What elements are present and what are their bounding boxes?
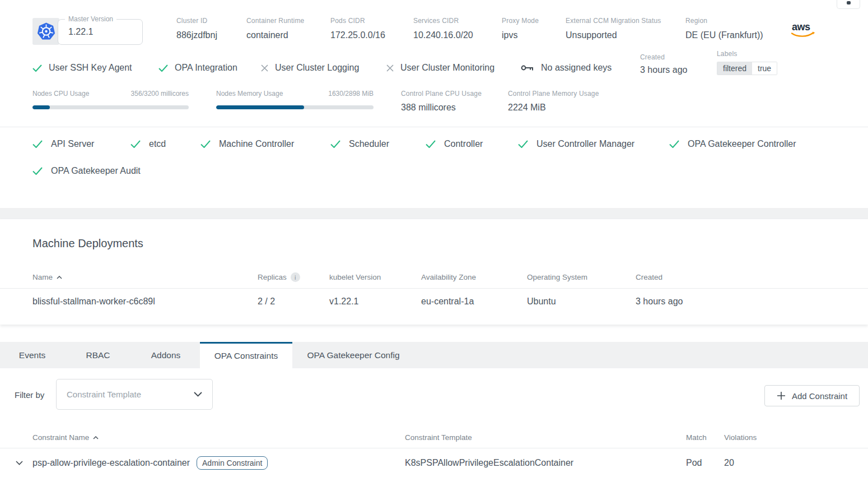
field-cluster-id: Cluster ID 886jzdfbnj [176,16,246,40]
field-label: Pods CIDR [330,17,413,25]
md-operating-system: Ubuntu [527,297,636,307]
field-value: ipvs [502,30,517,40]
progress-track [32,105,189,109]
column-constraint-template: Constraint Template [405,433,686,442]
md-name: blissful-stallman-worker-c6c89l [32,297,258,307]
field-region: Region DE (EU (Frankfurt)) [685,16,791,40]
check-icon [426,140,436,148]
tab-opa-gatekeeper-config[interactable]: OPA Gatekeeper Config [292,342,414,368]
column-violations: Violations [724,433,868,442]
tab-opa-constraints[interactable]: OPA Constraints [200,342,292,368]
field-label: Cluster ID [176,17,246,25]
check-icon [32,64,42,72]
kubernetes-logo-container [32,18,59,45]
more-options-button[interactable] [837,0,860,9]
plus-icon [777,391,786,400]
constraint-template: K8sPSPAllowPrivilegeEscalationContainer [405,458,686,468]
usage-value: 388 millicores [401,103,456,112]
progress-fill [216,105,304,109]
add-constraint-label: Add Constraint [792,391,847,401]
machine-deployment-row[interactable]: blissful-stallman-worker-c6c89l 2 / 2 v1… [0,289,868,314]
field-value: 886jzdfbnj [176,30,217,40]
aws-provider-icon: aws [790,21,815,41]
tab-addons[interactable]: Addons [132,342,200,368]
constraint-row[interactable]: psp-allow-privilege-escalation-container… [0,448,868,477]
nodes-memory-usage: Nodes Memory Usage 1630/2898 MiB [216,90,374,113]
check-icon [669,140,679,148]
column-created: Created [636,273,868,281]
control-plane-health-row: API Server etcd Machine Controller Sched… [32,139,796,149]
section-divider [0,127,868,127]
md-replicas: 2 / 2 [258,297,329,307]
control-plane-memory-usage: Control Plane Memory Usage 2224 MiB [508,90,615,113]
select-placeholder: Constraint Template [67,390,194,399]
resource-usage-row: Nodes CPU Usage 356/3200 millicores Node… [32,90,615,113]
check-icon [518,140,528,148]
chevron-down-icon [194,392,202,397]
feature-label: User Cluster Logging [275,63,359,73]
column-availability-zone: Availability Zone [421,273,527,281]
cluster-detail-page: Master Version 1.22.1 Cluster ID 886jzdf… [0,0,868,477]
master-version-field: Master Version 1.22.1 [58,19,143,45]
labels-block: Labels filtered true [717,50,777,75]
md-kubelet-version: v1.22.1 [329,297,421,307]
dots-icon [847,1,851,4]
constraints-header: Constraint Name Constraint Template Matc… [0,427,868,448]
health-label: Machine Controller [219,139,294,149]
feature-ssh-key-agent: User SSH Key Agent [32,63,158,75]
usage-label: Control Plane Memory Usage [508,90,615,98]
column-constraint-name[interactable]: Constraint Name [32,433,405,442]
column-kubelet-version: kubelet Version [329,273,421,281]
column-label: Replicas [258,273,287,281]
labels-label: Labels [717,50,777,58]
check-icon [32,140,43,148]
sort-ascending-icon [57,276,62,279]
key-icon [521,63,534,72]
field-value: 172.25.0.0/16 [330,30,385,40]
health-api-server: API Server [32,139,130,149]
field-pods-cidr: Pods CIDR 172.25.0.0/16 [330,16,413,40]
svg-text:aws: aws [792,21,810,33]
constraint-name: psp-allow-privilege-escalation-container [32,458,190,468]
usage-value: 1630/2898 MiB [328,90,374,98]
feature-user-cluster-monitoring: User Cluster Monitoring [386,63,521,75]
health-user-controller-manager: User Controller Manager [518,139,669,149]
health-label: OPA Gatekeeper Audit [51,166,141,176]
usage-value: 356/3200 millicores [131,90,189,98]
column-label: Name [32,273,53,281]
expand-chevron-icon[interactable] [16,461,32,465]
kubernetes-icon [37,22,55,40]
master-version-label: Master Version [65,15,116,23]
add-constraint-button[interactable]: Add Constraint [764,385,860,406]
info-icon[interactable]: i [291,272,300,282]
constraint-template-select[interactable]: Constraint Template [56,379,213,410]
health-label: API Server [51,139,94,149]
x-icon [386,64,394,72]
x-icon [261,64,268,72]
health-controller: Controller [426,139,518,149]
nodes-cpu-usage: Nodes CPU Usage 356/3200 millicores [32,90,189,113]
usage-label: Control Plane CPU Usage [401,90,508,98]
machine-deployments-card: Machine Deployments Name Replicas i kube… [0,219,868,325]
sort-ascending-icon [93,436,99,439]
column-name[interactable]: Name [32,273,258,281]
constraint-match: Pod [686,458,724,468]
usage-label: Nodes CPU Usage [32,90,89,98]
field-label: Proxy Mode [502,17,566,25]
check-icon [130,140,141,148]
check-icon [200,140,211,148]
health-opa-gatekeeper-audit: OPA Gatekeeper Audit [32,166,141,176]
cluster-tabs: Events RBAC Addons OPA Constraints OPA G… [0,342,868,368]
ssh-keys-text: No assigned keys [541,63,612,73]
health-label: User Controller Manager [536,139,634,149]
ssh-keys-status[interactable]: No assigned keys [521,63,640,75]
feature-user-cluster-logging: User Cluster Logging [261,63,386,75]
health-scheduler: Scheduler [330,139,426,149]
tab-rbac[interactable]: RBAC [64,342,132,368]
tab-events[interactable]: Events [0,342,64,368]
column-label: Constraint Name [32,433,89,442]
label-chip-key: filtered [717,62,752,75]
control-plane-cpu-usage: Control Plane CPU Usage 388 millicores [401,90,508,113]
field-value: DE (EU (Frankfurt)) [685,30,763,40]
field-value: Unsupported [566,30,617,40]
